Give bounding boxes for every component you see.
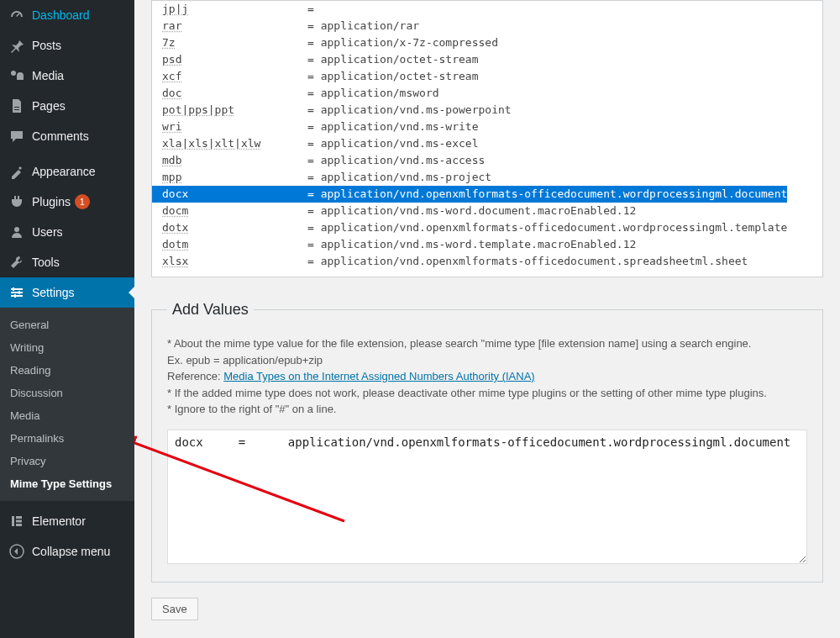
mime-value: = application/vnd.openxmlformats-officed… [307,186,787,203]
mime-type-row[interactable]: docx= application/vnd.openxmlformats-off… [152,186,822,203]
mime-value: = application/octet-stream [307,51,479,68]
mime-value: = application/x-7z-compressed [307,34,498,51]
update-badge: 1 [75,194,90,209]
mime-extension: xla|xls|xlt|xlw [152,135,307,152]
mime-type-row[interactable]: docm= application/vnd.ms-word.document.m… [152,203,822,219]
sidebar-item-posts[interactable]: Posts [0,30,134,61]
mime-extension: wri [152,119,307,135]
sidebar-item-settings[interactable]: Settings [0,277,134,308]
mime-type-row[interactable]: mpp= application/vnd.ms-project [152,169,822,186]
sidebar-item-label: Dashboard [32,8,90,22]
submenu-item-media[interactable]: Media [0,404,134,427]
sidebar-item-label: Tools [32,256,60,269]
svg-rect-5 [13,287,14,291]
collapse-icon [8,543,25,560]
svg-point-0 [11,71,16,76]
svg-rect-3 [11,292,23,293]
mime-type-row[interactable]: xcf= application/octet-stream [152,68,822,85]
dashboard-icon [8,7,25,24]
sidebar-item-plugins[interactable]: Plugins1 [0,187,134,217]
save-button[interactable]: Save [151,598,198,620]
users-icon [8,224,25,240]
hint-line: Reference: Media Types on the Internet A… [167,368,807,385]
mime-value: = application/vnd.ms-word.template.macro… [307,236,636,253]
mime-type-row[interactable]: psd= application/octet-stream [152,51,822,68]
svg-rect-11 [16,524,22,526]
submenu-item-mime-type-settings[interactable]: Mime Type Settings [0,472,134,495]
sidebar-item-dashboard[interactable]: Dashboard [0,0,134,30]
elementor-icon [8,513,25,530]
mime-type-row[interactable]: doc= application/msword [152,85,822,102]
settings-icon [8,284,25,301]
mime-type-list[interactable]: jp|j=rar= application/rar7z= application… [151,0,823,277]
sidebar-item-label: Pages [32,99,66,113]
submenu-item-discussion[interactable]: Discussion [0,382,134,404]
mime-type-row[interactable]: xlsx= application/vnd.openxmlformats-off… [152,253,822,270]
sidebar-item-appearance[interactable]: Appearance [0,156,134,187]
mime-value: = application/vnd.ms-word.document.macro… [307,203,636,219]
mime-value: = application/msword [307,85,439,102]
sidebar-item-label: Elementor [32,514,86,528]
svg-rect-10 [16,520,22,523]
mime-value: = application/vnd.ms-excel [307,135,479,152]
mime-value: = application/vnd.ms-project [307,169,491,186]
mime-extension: psd [152,51,307,68]
sidebar-item-tools[interactable]: Tools [0,247,134,277]
submenu-item-general[interactable]: General [0,314,134,336]
sidebar-item-label: Plugins [32,195,71,208]
add-values-fieldset: Add Values * About the mime type value f… [151,301,823,583]
submenu-item-privacy[interactable]: Privacy [0,450,134,472]
submenu-item-permalinks[interactable]: Permalinks [0,427,134,450]
pin-icon [8,37,25,54]
sidebar-item-elementor[interactable]: Elementor [0,506,134,536]
mime-type-row[interactable]: mdb= application/vnd.ms-access [152,152,822,169]
plugin-icon [8,193,25,210]
mime-extension: rar [152,18,307,34]
add-values-hints: * About the mime type value for the file… [167,335,807,418]
mime-type-row[interactable]: rar= application/rar [152,18,822,34]
svg-rect-4 [11,295,23,297]
extra-menu: ElementorCollapse menu [0,501,134,567]
svg-rect-7 [14,294,16,298]
sidebar-item-collapse-menu[interactable]: Collapse menu [0,536,134,567]
svg-rect-8 [12,516,14,526]
mime-type-row[interactable]: 7z= application/x-7z-compressed [152,34,822,51]
mime-type-row[interactable]: jp|j= [152,1,822,18]
hint-line: * Ignore to the right of "#" on a line. [167,401,807,418]
mime-type-row[interactable]: xla|xls|xlt|xlw= application/vnd.ms-exce… [152,135,822,152]
submenu-item-writing[interactable]: Writing [0,336,134,359]
hint-line: Ex. epub = application/epub+zip [167,352,807,369]
hint-line: * If the added mime type does not work, … [167,385,807,402]
mime-extension: xlsx [152,253,307,270]
reference-link[interactable]: Media Types on the Internet Assigned Num… [223,370,534,382]
mime-value: = application/vnd.openxmlformats-officed… [307,253,748,270]
page-icon [8,98,25,114]
svg-rect-9 [16,516,22,519]
mime-extension: dotx [152,219,307,236]
mime-extension: jp|j [152,1,307,18]
sidebar-item-label: Posts [32,39,61,52]
submenu-item-reading[interactable]: Reading [0,359,134,382]
mime-extension: 7z [152,34,307,51]
sidebar-item-pages[interactable]: Pages [0,91,134,121]
comments-icon [8,128,25,145]
sidebar-item-label: Users [32,225,63,239]
sidebar-item-media[interactable]: Media [0,61,134,91]
sidebar-item-label: Settings [32,286,75,299]
sidebar-item-users[interactable]: Users [0,217,134,247]
sidebar-item-label: Comments [32,129,89,143]
mime-type-row[interactable]: wri= application/vnd.ms-write [152,119,822,135]
mime-extension: mdb [152,152,307,169]
main-menu: DashboardPostsMediaPagesCommentsAppearan… [0,0,134,308]
tools-icon [8,254,25,271]
main-content: jp|j=rar= application/rar7z= application… [134,0,840,638]
sidebar-item-comments[interactable]: Comments [0,121,134,151]
add-values-legend: Add Values [167,301,254,319]
mime-type-row[interactable]: dotx= application/vnd.openxmlformats-off… [152,219,822,236]
mime-type-row[interactable]: pot|pps|ppt= application/vnd.ms-powerpoi… [152,102,822,119]
mime-type-row[interactable]: dotm= application/vnd.ms-word.template.m… [152,236,822,253]
add-values-textarea[interactable] [167,430,807,564]
appearance-icon [8,163,25,180]
mime-extension: pot|pps|ppt [152,102,307,119]
mime-extension: dotm [152,236,307,253]
